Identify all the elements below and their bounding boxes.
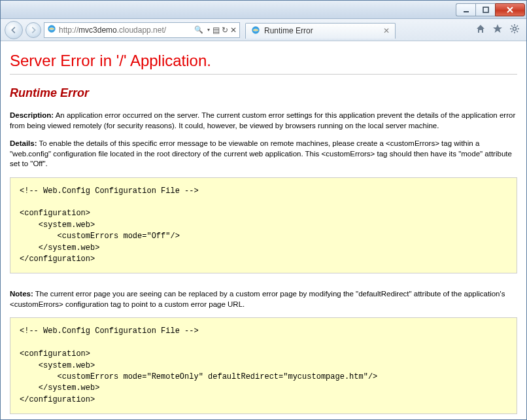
title-divider (10, 74, 517, 75)
compat-view-icon[interactable]: ▤ (212, 26, 220, 35)
stop-icon[interactable]: ✕ (230, 26, 237, 35)
svg-line-11 (511, 31, 513, 32)
config-code-remoteonly: <!-- Web.Config Configuration File --> <… (10, 317, 517, 414)
description-label: Description: (10, 111, 54, 119)
chevron-down-icon[interactable]: ▾ (207, 27, 210, 33)
description-paragraph: Description: An application error occurr… (10, 111, 517, 131)
navigation-toolbar: http://mvc3demo.cloudapp.net/ 🔍 ▾ ▤ ↻ ✕ … (1, 19, 526, 41)
home-icon[interactable] (475, 24, 486, 36)
command-bar (473, 24, 522, 36)
tab-runtime-error[interactable]: Runtime Error ✕ (245, 23, 396, 39)
minimize-button[interactable] (456, 3, 475, 16)
window-controls (456, 3, 525, 16)
page-viewport[interactable]: Server Error in '/' Application. Runtime… (1, 41, 526, 419)
address-bar[interactable]: http://mvc3demo.cloudapp.net/ 🔍 ▾ ▤ ↻ ✕ (44, 22, 240, 38)
back-button[interactable] (5, 21, 23, 39)
ie-favicon-icon (251, 26, 260, 37)
svg-line-9 (511, 26, 513, 27)
back-arrow-icon (9, 26, 18, 35)
search-icon[interactable]: 🔍 (194, 26, 203, 34)
close-icon (506, 6, 514, 14)
url-text[interactable]: http://mvc3demo.cloudapp.net/ (59, 26, 192, 35)
tab-strip: Runtime Error ✕ (245, 22, 470, 39)
maximize-button[interactable] (475, 3, 495, 16)
addressbar-actions: ▤ ↻ ✕ (212, 26, 237, 35)
svg-point-4 (513, 27, 517, 31)
notes-label: Notes: (10, 290, 33, 298)
tab-title: Runtime Error (264, 26, 313, 35)
description-text: An application error occurred on the ser… (10, 111, 515, 130)
gear-icon[interactable] (509, 24, 520, 36)
error-subtitle: Runtime Error (10, 86, 517, 100)
maximize-icon (482, 6, 490, 14)
svg-rect-1 (483, 7, 488, 12)
forward-arrow-icon (29, 26, 38, 35)
details-text: To enable the details of this specific e… (10, 139, 512, 167)
forward-button[interactable] (26, 22, 41, 38)
svg-line-10 (517, 31, 518, 32)
config-code-off: <!-- Web.Config Configuration File --> <… (10, 177, 517, 274)
window-titlebar[interactable] (1, 1, 526, 19)
svg-line-12 (517, 26, 518, 27)
details-paragraph: Details: To enable the details of this s… (10, 139, 517, 169)
notes-paragraph: Notes: The current error page you are se… (10, 289, 517, 309)
close-button[interactable] (495, 3, 525, 16)
svg-rect-0 (464, 11, 469, 12)
ie-favicon-icon (47, 24, 56, 35)
favorites-star-icon[interactable] (492, 24, 503, 36)
refresh-icon[interactable]: ↻ (222, 26, 228, 35)
tab-close-icon[interactable]: ✕ (383, 26, 390, 35)
page-title: Server Error in '/' Application. (10, 52, 517, 70)
notes-text: The current error page you are seeing ca… (10, 290, 505, 308)
minimize-icon (462, 6, 470, 14)
details-label: Details: (10, 139, 37, 147)
